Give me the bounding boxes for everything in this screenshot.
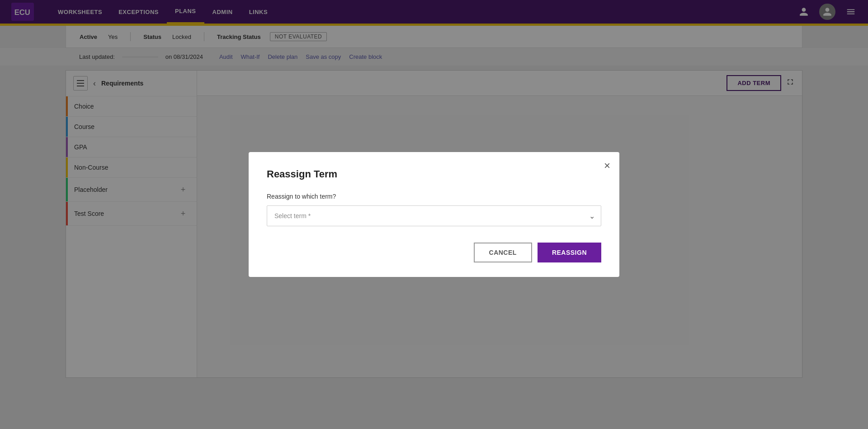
cancel-button[interactable]: CANCEL (474, 243, 532, 262)
modal-actions: CANCEL REASSIGN (267, 243, 601, 262)
reassign-button[interactable]: REASSIGN (538, 243, 601, 262)
modal-overlay: × Reassign Term Reassign to which term? … (0, 0, 868, 429)
term-select-wrapper: Select term * ⌄ (267, 205, 601, 226)
term-select[interactable]: Select term * (267, 205, 601, 226)
modal-question: Reassign to which term? (267, 193, 601, 200)
modal-close-btn[interactable]: × (604, 159, 610, 172)
reassign-term-modal: × Reassign Term Reassign to which term? … (249, 152, 619, 277)
modal-title: Reassign Term (267, 168, 601, 180)
